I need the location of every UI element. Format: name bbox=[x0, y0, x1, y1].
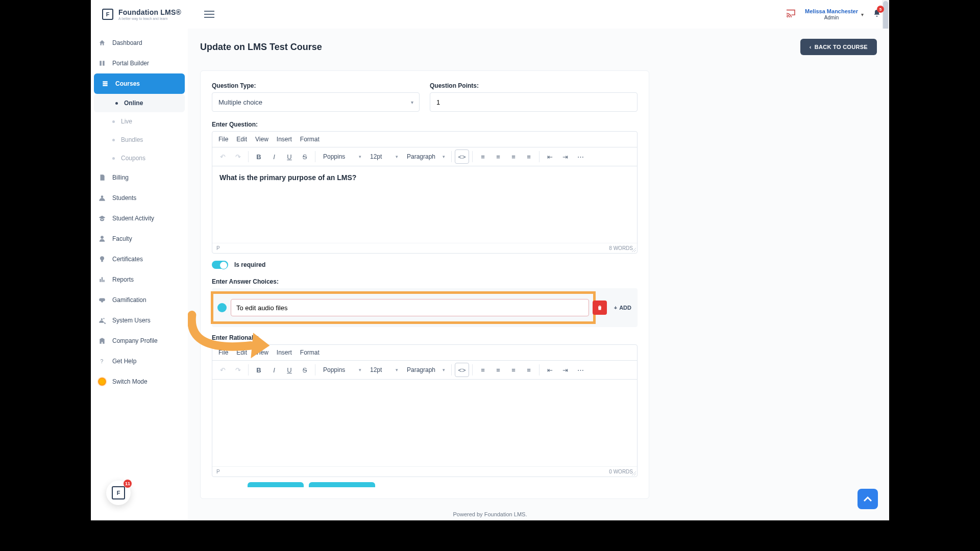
block-format-select[interactable]: Paragraph bbox=[402, 363, 448, 377]
menu-view[interactable]: View bbox=[255, 136, 268, 143]
outdent-icon[interactable]: ⇤ bbox=[543, 149, 557, 164]
brand-name: Foundation LMS® bbox=[118, 9, 181, 16]
sidebar-sub-online[interactable]: Online bbox=[94, 94, 185, 112]
help-widget-button[interactable]: F 11 bbox=[106, 481, 131, 505]
sidebar-item-courses[interactable]: Courses bbox=[94, 73, 185, 94]
add-answer-button[interactable]: + ADD bbox=[611, 305, 634, 311]
resize-handle-icon[interactable] bbox=[632, 471, 636, 475]
block-format-select[interactable]: Paragraph bbox=[402, 149, 448, 164]
menu-insert[interactable]: Insert bbox=[277, 136, 292, 143]
scroll-to-top-button[interactable] bbox=[857, 489, 878, 509]
align-center-icon[interactable]: ≡ bbox=[491, 149, 505, 164]
menu-format[interactable]: Format bbox=[300, 136, 320, 143]
billing-icon bbox=[98, 173, 106, 182]
sidebar-item-system-users[interactable]: System Users bbox=[91, 310, 188, 331]
sidebar-sub-bundles[interactable]: Bundles bbox=[91, 131, 188, 149]
answer-choices-label: Enter Answer Choices: bbox=[212, 278, 638, 285]
underline-icon[interactable]: U bbox=[282, 149, 297, 164]
menu-edit[interactable]: Edit bbox=[236, 136, 247, 143]
menu-edit[interactable]: Edit bbox=[236, 349, 247, 356]
bold-icon[interactable]: B bbox=[252, 149, 266, 164]
brand-logo-icon: F bbox=[102, 9, 113, 20]
align-center-icon[interactable]: ≡ bbox=[491, 363, 505, 377]
resize-handle-icon[interactable] bbox=[632, 248, 636, 252]
redo-icon[interactable]: ↷ bbox=[231, 149, 245, 164]
gamification-icon bbox=[98, 296, 106, 304]
align-justify-icon[interactable]: ≡ bbox=[522, 149, 536, 164]
sidebar-item-faculty[interactable]: Faculty bbox=[91, 229, 188, 249]
sidebar-item-reports[interactable]: Reports bbox=[91, 269, 188, 290]
bold-icon[interactable]: B bbox=[252, 363, 266, 377]
align-left-icon[interactable]: ≡ bbox=[476, 363, 490, 377]
sidebar-item-gamification[interactable]: Gamification bbox=[91, 290, 188, 310]
rationale-label: Enter Rationale: bbox=[212, 334, 638, 341]
sidebar-item-get-help[interactable]: ? Get Help bbox=[91, 351, 188, 371]
more-icon[interactable]: ⋯ bbox=[573, 363, 587, 377]
editor-toolbar: ↶ ↷ B I U S Poppins 12pt Paragraph <> bbox=[212, 147, 637, 166]
font-size-select[interactable]: 12pt bbox=[365, 149, 401, 164]
underline-icon[interactable]: U bbox=[282, 363, 297, 377]
sidebar: Dashboard Portal Builder Courses Online … bbox=[91, 29, 188, 520]
notifications-button[interactable]: 5 bbox=[873, 9, 881, 20]
back-to-course-button[interactable]: ‹ BACK TO COURSE bbox=[800, 39, 877, 55]
more-icon[interactable]: ⋯ bbox=[573, 149, 587, 164]
italic-icon[interactable]: I bbox=[267, 363, 281, 377]
menu-format[interactable]: Format bbox=[300, 349, 320, 356]
sidebar-item-student-activity[interactable]: Student Activity bbox=[91, 208, 188, 229]
sidebar-sub-coupons[interactable]: Coupons bbox=[91, 149, 188, 167]
menu-toggle-icon[interactable] bbox=[202, 7, 217, 22]
align-right-icon[interactable]: ≡ bbox=[506, 149, 521, 164]
cast-icon[interactable] bbox=[786, 9, 796, 19]
sidebar-item-company-profile[interactable]: Company Profile bbox=[91, 331, 188, 351]
sidebar-item-billing[interactable]: Billing bbox=[91, 167, 188, 188]
sidebar-item-label: Certificates bbox=[112, 256, 143, 263]
code-icon[interactable]: <> bbox=[455, 149, 469, 164]
is-required-toggle[interactable] bbox=[212, 261, 228, 269]
strikethrough-icon[interactable]: S bbox=[298, 363, 312, 377]
user-menu[interactable]: Melissa Manchester Admin ▾ bbox=[805, 8, 864, 20]
undo-icon[interactable]: ↶ bbox=[215, 149, 230, 164]
outdent-icon[interactable]: ⇤ bbox=[543, 363, 557, 377]
word-count: 0 WORDS bbox=[609, 469, 633, 474]
align-justify-icon[interactable]: ≡ bbox=[522, 363, 536, 377]
brand[interactable]: F Foundation LMS® A better way to teach … bbox=[102, 9, 181, 20]
redo-icon[interactable]: ↷ bbox=[231, 363, 245, 377]
delete-answer-button[interactable] bbox=[593, 300, 607, 315]
font-size-select[interactable]: 12pt bbox=[365, 363, 401, 377]
user-name: Melissa Manchester bbox=[805, 8, 858, 14]
cap-icon bbox=[98, 214, 106, 222]
align-right-icon[interactable]: ≡ bbox=[506, 363, 521, 377]
align-left-icon[interactable]: ≡ bbox=[476, 149, 490, 164]
indent-icon[interactable]: ⇥ bbox=[558, 363, 572, 377]
button-peek-2[interactable] bbox=[309, 482, 375, 487]
chevron-down-icon: ▾ bbox=[861, 12, 864, 17]
code-icon[interactable]: <> bbox=[455, 363, 469, 377]
sidebar-item-dashboard[interactable]: Dashboard bbox=[91, 33, 188, 53]
sidebar-sub-live[interactable]: Live bbox=[91, 112, 188, 131]
strikethrough-icon[interactable]: S bbox=[298, 149, 312, 164]
rationale-textarea[interactable] bbox=[212, 380, 637, 466]
menu-insert[interactable]: Insert bbox=[277, 349, 292, 356]
correct-answer-radio[interactable] bbox=[217, 303, 227, 312]
indent-icon[interactable]: ⇥ bbox=[558, 149, 572, 164]
menu-view[interactable]: View bbox=[255, 349, 268, 356]
sidebar-item-label: Company Profile bbox=[112, 337, 158, 344]
menu-file[interactable]: File bbox=[218, 349, 228, 356]
menu-file[interactable]: File bbox=[218, 136, 228, 143]
question-type-select[interactable]: Multiple choice bbox=[212, 92, 420, 112]
sidebar-item-label: Switch Mode bbox=[112, 378, 148, 385]
button-peek-1[interactable] bbox=[248, 482, 304, 487]
sidebar-item-switch-mode[interactable]: Switch Mode bbox=[91, 371, 188, 392]
sidebar-item-students[interactable]: Students bbox=[91, 188, 188, 208]
undo-icon[interactable]: ↶ bbox=[215, 363, 230, 377]
font-family-select[interactable]: Poppins bbox=[318, 363, 364, 377]
home-icon bbox=[98, 39, 106, 47]
question-textarea[interactable]: What is the primary purpose of an LMS? bbox=[212, 166, 637, 243]
italic-icon[interactable]: I bbox=[267, 149, 281, 164]
sidebar-item-label: Live bbox=[121, 118, 132, 125]
sidebar-item-portal-builder[interactable]: Portal Builder bbox=[91, 53, 188, 73]
question-points-input[interactable] bbox=[430, 92, 638, 112]
sidebar-item-certificates[interactable]: Certificates bbox=[91, 249, 188, 269]
answer-choice-input[interactable] bbox=[231, 299, 589, 316]
font-family-select[interactable]: Poppins bbox=[318, 149, 364, 164]
